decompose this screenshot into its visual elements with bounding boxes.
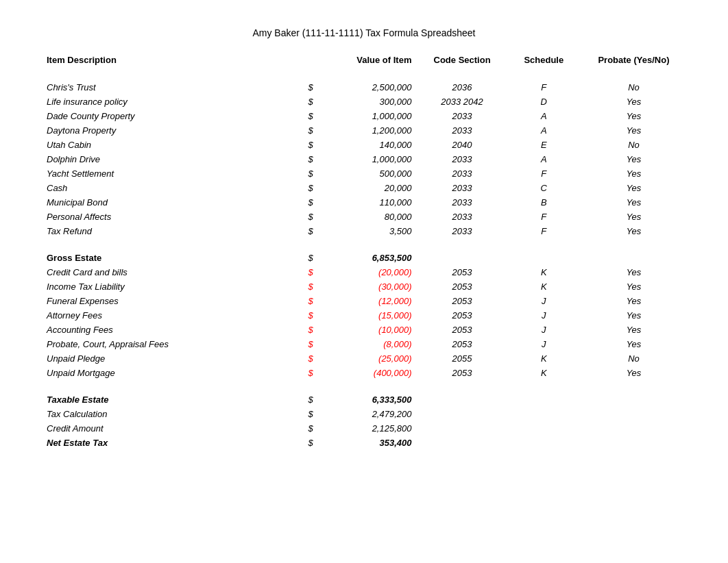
item-description: Dolphin Drive [41, 152, 303, 166]
col-header-schedule: Schedule [507, 52, 581, 68]
schedule: K [507, 351, 581, 366]
table-row: Net Estate Tax$353,400 [41, 436, 687, 450]
item-description: Yacht Settlement [41, 166, 303, 181]
table-row: Income Tax Liability$(30,000)2053KYes [41, 279, 687, 294]
table-row: Accounting Fees$(10,000)2053JYes [41, 323, 687, 337]
code-section: 2053 [417, 265, 507, 279]
table-header: Item Description Value of Item Code Sect… [41, 52, 687, 68]
item-value: 500,000 [327, 166, 417, 181]
summary-row: Taxable Estate$6,333,500 [41, 392, 687, 407]
code-section [417, 436, 507, 450]
code-section: 2033 [417, 166, 507, 181]
item-description: Daytona Property [41, 123, 303, 138]
dollar-sign: $ [303, 95, 328, 109]
probate: Yes [581, 109, 687, 123]
col-header-code: Code Section [417, 52, 507, 68]
item-value: (10,000) [327, 323, 417, 337]
dollar-sign: $ [303, 80, 328, 95]
probate: Yes [581, 152, 687, 166]
item-description: Tax Refund [41, 224, 303, 238]
probate: Yes [581, 224, 687, 238]
probate: Yes [581, 323, 687, 337]
page-title: Amy Baker (111-11-1111) Tax Formula Spre… [41, 27, 687, 38]
item-value: 1,000,000 [327, 152, 417, 166]
code-section: 2053 [417, 323, 507, 337]
item-description: Life insurance policy [41, 95, 303, 109]
table-row: Dolphin Drive$1,000,0002033AYes [41, 152, 687, 166]
table-row: Life insurance policy$300,0002033 2042DY… [41, 95, 687, 109]
code-section [417, 421, 507, 436]
item-description: Dade County Property [41, 109, 303, 123]
dollar-sign: $ [303, 152, 328, 166]
schedule: F [507, 166, 581, 181]
item-value: 1,000,000 [327, 109, 417, 123]
probate: No [581, 80, 687, 95]
table-row: Cash$20,0002033CYes [41, 181, 687, 195]
probate: Yes [581, 166, 687, 181]
item-description: Tax Calculation [41, 407, 303, 421]
item-description: Credit Amount [41, 421, 303, 436]
item-value: (30,000) [327, 279, 417, 294]
schedule: J [507, 294, 581, 308]
schedule: A [507, 109, 581, 123]
schedule: J [507, 337, 581, 351]
dollar-sign: $ [303, 123, 328, 138]
dollar-sign: $ [303, 337, 328, 351]
probate: No [581, 138, 687, 152]
schedule: C [507, 181, 581, 195]
table-row: Unpaid Pledge$(25,000)2055KNo [41, 351, 687, 366]
schedule: F [507, 224, 581, 238]
item-description: Funeral Expenses [41, 294, 303, 308]
probate: Yes [581, 279, 687, 294]
table-row: Chris's Trust$2,500,0002036FNo [41, 80, 687, 95]
schedule: A [507, 123, 581, 138]
summary-row: Gross Estate$6,853,500 [41, 251, 687, 265]
schedule [507, 421, 581, 436]
code-section: 2033 [417, 152, 507, 166]
code-section: 2033 [417, 109, 507, 123]
table-row: Municipal Bond$110,0002033BYes [41, 195, 687, 210]
table-row: Personal Affects$80,0002033FYes [41, 210, 687, 224]
code-section [417, 407, 507, 421]
item-value: (400,000) [327, 366, 417, 380]
item-description: Attorney Fees [41, 308, 303, 323]
schedule: J [507, 323, 581, 337]
probate: Yes [581, 210, 687, 224]
item-value: (15,000) [327, 308, 417, 323]
item-description: Chris's Trust [41, 80, 303, 95]
dollar-sign: $ [303, 421, 328, 436]
dollar-sign: $ [303, 279, 328, 294]
item-value: 110,000 [327, 195, 417, 210]
code-section: 2053 [417, 366, 507, 380]
code-section: 2033 [417, 224, 507, 238]
table-row: Utah Cabin$140,0002040ENo [41, 138, 687, 152]
dollar-sign: $ [303, 392, 328, 407]
probate: Yes [581, 265, 687, 279]
probate: No [581, 351, 687, 366]
code-section: 2053 [417, 294, 507, 308]
item-description: Income Tax Liability [41, 279, 303, 294]
probate: Yes [581, 195, 687, 210]
item-description: Personal Affects [41, 210, 303, 224]
schedule [507, 436, 581, 450]
code-section: 2033 2042 [417, 95, 507, 109]
code-section: 2053 [417, 279, 507, 294]
code-section: 2033 [417, 210, 507, 224]
item-description: Accounting Fees [41, 323, 303, 337]
schedule: K [507, 366, 581, 380]
schedule: J [507, 308, 581, 323]
item-description: Unpaid Pledge [41, 351, 303, 366]
col-header-probate: Probate (Yes/No) [581, 52, 687, 68]
schedule: K [507, 279, 581, 294]
probate [581, 436, 687, 450]
item-value: 80,000 [327, 210, 417, 224]
probate: Yes [581, 123, 687, 138]
code-section: 2040 [417, 138, 507, 152]
dollar-sign: $ [303, 308, 328, 323]
summary-label: Gross Estate [41, 251, 303, 265]
dollar-sign: $ [303, 181, 328, 195]
dollar-sign: $ [303, 294, 328, 308]
summary-value: 6,853,500 [327, 251, 417, 265]
schedule: K [507, 265, 581, 279]
item-value: (8,000) [327, 337, 417, 351]
